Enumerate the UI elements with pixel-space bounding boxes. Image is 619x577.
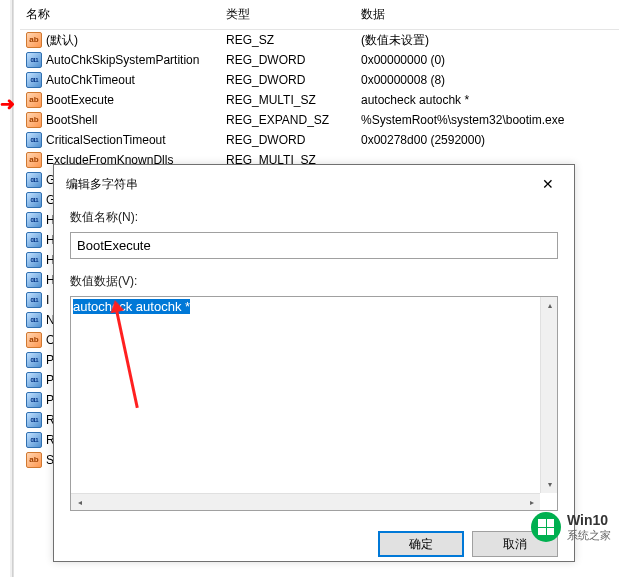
close-icon[interactable]: ✕ [532, 173, 564, 195]
reg-binary-icon [26, 232, 42, 248]
registry-type-cell: REG_DWORD [220, 73, 355, 87]
reg-binary-icon [26, 272, 42, 288]
reg-binary-icon [26, 312, 42, 328]
dialog-title-text: 编辑多字符串 [66, 176, 138, 193]
registry-name-text: CriticalSectionTimeout [46, 133, 166, 147]
horizontal-scrollbar[interactable]: ◂ ▸ [71, 493, 540, 510]
reg-string-icon [26, 92, 42, 108]
reg-string-icon [26, 332, 42, 348]
registry-type-cell: REG_DWORD [220, 53, 355, 67]
registry-name-text: I [46, 293, 49, 307]
registry-data-cell: 0x00278d00 (2592000) [355, 133, 619, 147]
registry-type-cell: REG_DWORD [220, 133, 355, 147]
scroll-up-icon[interactable]: ▴ [541, 297, 558, 314]
scroll-down-icon[interactable]: ▾ [541, 476, 558, 493]
registry-data-cell: (数值未设置) [355, 32, 619, 49]
reg-binary-icon [26, 252, 42, 268]
value-data-label: 数值数据(V): [70, 273, 558, 290]
registry-row[interactable]: BootShellREG_EXPAND_SZ%SystemRoot%\syste… [20, 110, 619, 130]
value-name-label: 数值名称(N): [70, 209, 558, 226]
registry-name-cell: AutoChkTimeout [20, 72, 220, 88]
scroll-right-icon[interactable]: ▸ [523, 494, 540, 511]
reg-binary-icon [26, 432, 42, 448]
reg-binary-icon [26, 192, 42, 208]
registry-name-cell: BootExecute [20, 92, 220, 108]
dialog-titlebar[interactable]: 编辑多字符串 ✕ [54, 165, 574, 201]
value-data-textarea[interactable]: autocheck autochk * [71, 297, 557, 510]
registry-name-cell: AutoChkSkipSystemPartition [20, 52, 220, 68]
watermark-line2: 系统之家 [567, 529, 611, 542]
registry-row[interactable]: (默认)REG_SZ(数值未设置) [20, 30, 619, 50]
registry-type-cell: REG_SZ [220, 33, 355, 47]
reg-string-icon [26, 112, 42, 128]
registry-data-cell: 0x00000000 (0) [355, 53, 619, 67]
reg-string-icon [26, 452, 42, 468]
registry-name-text: BootShell [46, 113, 97, 127]
registry-data-cell: %SystemRoot%\system32\bootim.exe [355, 113, 619, 127]
value-data-textarea-wrap: autocheck autochk * ▴ ▾ ◂ ▸ [70, 296, 558, 511]
registry-name-cell: (默认) [20, 32, 220, 49]
registry-name-cell: CriticalSectionTimeout [20, 132, 220, 148]
windows-logo-icon [531, 512, 561, 542]
registry-row[interactable]: AutoChkSkipSystemPartitionREG_DWORD0x000… [20, 50, 619, 70]
reg-binary-icon [26, 392, 42, 408]
vertical-scrollbar[interactable]: ▴ ▾ [540, 297, 557, 493]
reg-binary-icon [26, 72, 42, 88]
registry-data-cell: autocheck autochk * [355, 93, 619, 107]
reg-string-icon [26, 152, 42, 168]
registry-name-cell: BootShell [20, 112, 220, 128]
watermark: Win10 系统之家 [531, 512, 611, 542]
registry-row[interactable]: AutoChkTimeoutREG_DWORD0x00000008 (8) [20, 70, 619, 90]
col-header-name[interactable]: 名称 [20, 4, 220, 25]
value-name-input[interactable] [70, 232, 558, 259]
reg-binary-icon [26, 352, 42, 368]
ok-button[interactable]: 确定 [378, 531, 464, 557]
reg-binary-icon [26, 292, 42, 308]
registry-type-cell: REG_MULTI_SZ [220, 93, 355, 107]
reg-binary-icon [26, 212, 42, 228]
registry-row[interactable]: CriticalSectionTimeoutREG_DWORD0x00278d0… [20, 130, 619, 150]
reg-string-icon [26, 32, 42, 48]
registry-header: 名称 类型 数据 [20, 0, 619, 30]
registry-name-text: (默认) [46, 32, 78, 49]
reg-binary-icon [26, 52, 42, 68]
registry-name-text: AutoChkTimeout [46, 73, 135, 87]
watermark-line1: Win10 [567, 512, 611, 529]
col-header-data[interactable]: 数据 [355, 4, 619, 25]
registry-row[interactable]: BootExecuteREG_MULTI_SZautocheck autochk… [20, 90, 619, 110]
red-arrow-left-icon: ➜ [0, 93, 15, 115]
col-header-type[interactable]: 类型 [220, 4, 355, 25]
registry-data-cell: 0x00000008 (8) [355, 73, 619, 87]
registry-type-cell: REG_EXPAND_SZ [220, 113, 355, 127]
reg-binary-icon [26, 412, 42, 428]
scroll-left-icon[interactable]: ◂ [71, 494, 88, 511]
reg-binary-icon [26, 372, 42, 388]
reg-binary-icon [26, 172, 42, 188]
registry-name-text: BootExecute [46, 93, 114, 107]
edit-multistring-dialog: 编辑多字符串 ✕ 数值名称(N): 数值数据(V): autocheck aut… [53, 164, 575, 562]
registry-name-text: AutoChkSkipSystemPartition [46, 53, 199, 67]
reg-binary-icon [26, 132, 42, 148]
